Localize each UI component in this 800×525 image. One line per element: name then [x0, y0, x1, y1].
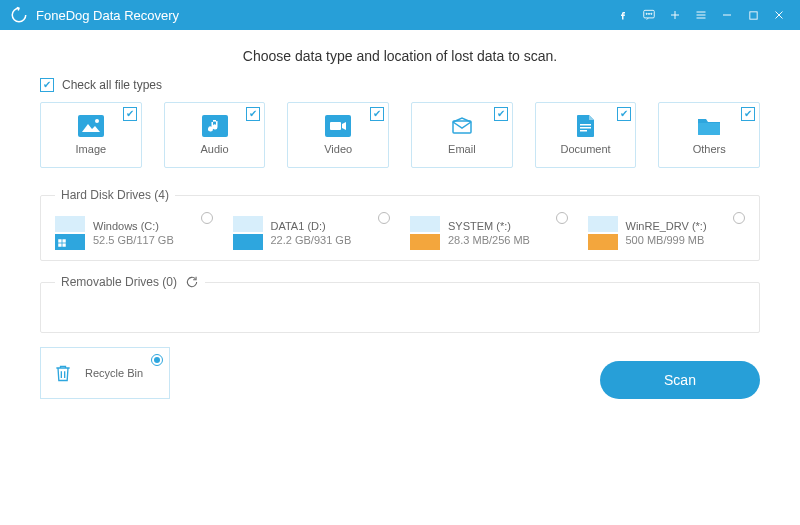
image-icon — [78, 115, 104, 137]
file-type-label: Others — [693, 143, 726, 155]
trash-icon — [51, 361, 75, 385]
drive-name: Windows (C:) — [93, 220, 174, 232]
drive-name: SYSTEM (*:) — [448, 220, 530, 232]
drive-icon — [55, 216, 85, 250]
file-type-label: Email — [448, 143, 476, 155]
drive-capacity: 500 MB/999 MB — [626, 234, 707, 246]
svg-rect-17 — [58, 239, 61, 242]
file-type-row: Image Audio Video Email Document Others — [40, 102, 760, 168]
refresh-icon[interactable] — [185, 275, 199, 289]
svg-point-7 — [95, 119, 99, 123]
hard-disk-group: Hard Disk Drives (4) Windows (C:)52.5 GB… — [40, 188, 760, 261]
svg-rect-12 — [453, 121, 471, 133]
drive-item[interactable]: WinRE_DRV (*:)500 MB/999 MB — [588, 216, 746, 250]
file-type-label: Video — [324, 143, 352, 155]
check-all-toggle[interactable]: Check all file types — [40, 78, 760, 92]
audio-icon — [202, 115, 228, 137]
drive-item[interactable]: DATA1 (D:)22.2 GB/931 GB — [233, 216, 391, 250]
svg-rect-10 — [330, 122, 341, 130]
svg-rect-4 — [749, 11, 756, 18]
file-type-label: Audio — [200, 143, 228, 155]
feedback-icon[interactable] — [636, 0, 662, 30]
drive-icon — [410, 216, 440, 250]
hard-disk-legend: Hard Disk Drives (4) — [55, 188, 175, 202]
file-type-label: Image — [76, 143, 107, 155]
svg-rect-13 — [580, 124, 591, 126]
file-type-image[interactable]: Image — [40, 102, 142, 168]
svg-rect-19 — [58, 243, 61, 246]
drive-radio[interactable] — [378, 212, 390, 224]
svg-rect-14 — [580, 127, 591, 129]
recycle-radio[interactable] — [151, 354, 163, 366]
svg-rect-5 — [78, 115, 104, 137]
drive-capacity: 22.2 GB/931 GB — [271, 234, 352, 246]
drive-item[interactable]: SYSTEM (*:)28.3 MB/256 MB — [410, 216, 568, 250]
drive-capacity: 52.5 GB/117 GB — [93, 234, 174, 246]
svg-point-2 — [648, 13, 649, 14]
titlebar: FoneDog Data Recovery — [0, 0, 800, 30]
drive-icon — [233, 216, 263, 250]
email-icon — [449, 115, 475, 137]
close-button[interactable] — [766, 0, 792, 30]
svg-rect-16 — [698, 123, 720, 135]
svg-point-3 — [651, 13, 652, 14]
svg-rect-18 — [62, 239, 65, 242]
video-icon — [325, 115, 351, 137]
maximize-button[interactable] — [740, 0, 766, 30]
recycle-label: Recycle Bin — [85, 367, 143, 379]
file-type-checkbox[interactable] — [246, 107, 260, 121]
file-type-document[interactable]: Document — [535, 102, 637, 168]
folder-icon — [696, 115, 722, 137]
drive-item[interactable]: Windows (C:)52.5 GB/117 GB — [55, 216, 213, 250]
page-headline: Choose data type and location of lost da… — [40, 48, 760, 64]
file-type-checkbox[interactable] — [617, 107, 631, 121]
minimize-button[interactable] — [714, 0, 740, 30]
file-type-checkbox[interactable] — [123, 107, 137, 121]
document-icon — [573, 115, 599, 137]
drive-radio[interactable] — [733, 212, 745, 224]
file-type-others[interactable]: Others — [658, 102, 760, 168]
drive-capacity: 28.3 MB/256 MB — [448, 234, 530, 246]
drive-name: WinRE_DRV (*:) — [626, 220, 707, 232]
file-type-checkbox[interactable] — [370, 107, 384, 121]
facebook-icon[interactable] — [610, 0, 636, 30]
hard-disk-list: Windows (C:)52.5 GB/117 GB DATA1 (D:)22.… — [55, 216, 745, 250]
file-type-video[interactable]: Video — [287, 102, 389, 168]
app-title: FoneDog Data Recovery — [36, 8, 610, 23]
add-icon[interactable] — [662, 0, 688, 30]
file-type-audio[interactable]: Audio — [164, 102, 266, 168]
drive-icon — [588, 216, 618, 250]
drive-name: DATA1 (D:) — [271, 220, 352, 232]
check-all-checkbox[interactable] — [40, 78, 54, 92]
app-logo-icon — [10, 6, 28, 24]
svg-point-1 — [646, 13, 647, 14]
file-type-label: Document — [560, 143, 610, 155]
bottom-bar: Recycle Bin Scan — [0, 347, 800, 413]
removable-drives-group: Removable Drives (0) — [40, 275, 760, 333]
file-type-checkbox[interactable] — [494, 107, 508, 121]
check-all-label: Check all file types — [62, 78, 162, 92]
menu-icon[interactable] — [688, 0, 714, 30]
drive-radio[interactable] — [556, 212, 568, 224]
svg-rect-20 — [62, 243, 65, 246]
file-type-checkbox[interactable] — [741, 107, 755, 121]
file-type-email[interactable]: Email — [411, 102, 513, 168]
recycle-bin-option[interactable]: Recycle Bin — [40, 347, 170, 399]
main-content: Choose data type and location of lost da… — [0, 30, 800, 333]
svg-rect-15 — [580, 130, 587, 132]
scan-button[interactable]: Scan — [600, 361, 760, 399]
removable-drives-legend: Removable Drives (0) — [55, 275, 205, 289]
removable-legend-text: Removable Drives (0) — [61, 275, 177, 289]
drive-radio[interactable] — [201, 212, 213, 224]
